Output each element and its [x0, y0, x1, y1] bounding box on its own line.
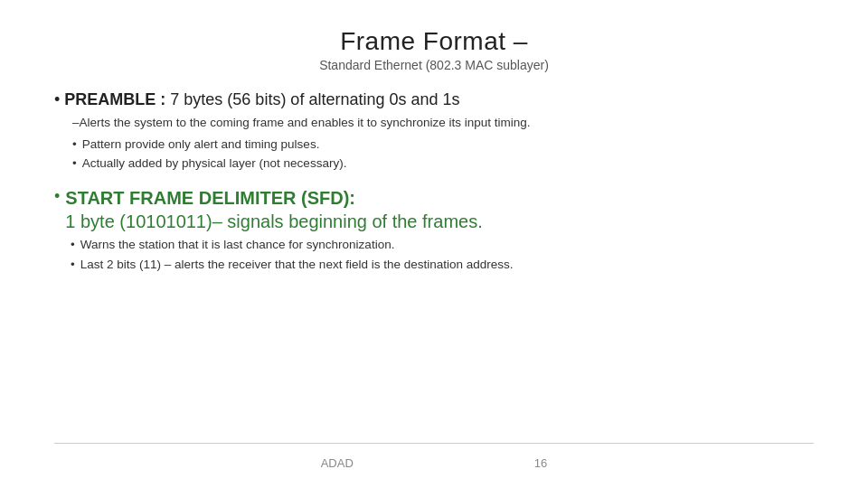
preamble-heading: • PREAMBLE : 7 bytes (56 bits) of altern… — [54, 90, 814, 109]
preamble-bullet: • — [54, 90, 64, 108]
bullet-dot-2: • — [72, 154, 77, 174]
sfd-sub-bullet-1: • Warns the station that it is last chan… — [71, 235, 814, 255]
preamble-sub-bullet-2: • Actually added by physical layer (not … — [72, 154, 814, 174]
preamble-label: PREAMBLE : — [64, 90, 165, 108]
sfd-sub-bullet-2: • Last 2 bits (11) – alerts the receiver… — [71, 255, 814, 275]
preamble-description: 7 bytes (56 bits) of alternating 0s and … — [165, 90, 459, 108]
main-title: Frame Format – — [54, 27, 814, 56]
sub-title: Standard Ethernet (802.3 MAC sublayer) — [54, 58, 814, 72]
footer-page-number: 16 — [534, 456, 547, 470]
slide-header: Frame Format – Standard Ethernet (802.3 … — [54, 27, 814, 72]
slide-footer: ADAD 16 — [54, 456, 814, 470]
slide-content: • PREAMBLE : 7 bytes (56 bits) of altern… — [54, 90, 814, 437]
bullet-dot-1: • — [72, 135, 77, 155]
footer-left-label: ADAD — [321, 456, 354, 470]
sfd-sub-bullet-2-text: Last 2 bits (11) – alerts the receiver t… — [80, 255, 514, 275]
preamble-section: • PREAMBLE : 7 bytes (56 bits) of altern… — [54, 90, 814, 174]
sfd-bullet-dot-2: • — [71, 255, 75, 275]
preamble-sub-bullet-1-text: Pattern provide only alert and timing pu… — [82, 135, 320, 155]
sfd-bullet-dot-1: • — [71, 235, 75, 255]
footer-divider — [54, 443, 814, 444]
preamble-sub-content: –Alerts the system to the coming frame a… — [54, 113, 814, 174]
sfd-sub-content: • Warns the station that it is last chan… — [54, 235, 814, 276]
sfd-heading-block: START FRAME DELIMITER (SFD): 1 byte (101… — [65, 186, 482, 233]
sfd-heading-row: • START FRAME DELIMITER (SFD): 1 byte (1… — [54, 186, 814, 233]
preamble-sub-bullet-1: • Pattern provide only alert and timing … — [72, 135, 814, 155]
preamble-sub-bullet-2-text: Actually added by physical layer (not ne… — [82, 154, 347, 174]
sfd-heading-line1: START FRAME DELIMITER (SFD): — [65, 186, 482, 210]
sfd-heading-line2: 1 byte (10101011)– signals beginning of … — [65, 210, 482, 233]
slide: Frame Format – Standard Ethernet (802.3 … — [0, 0, 868, 488]
sfd-sub-bullet-1-text: Warns the station that it is last chance… — [80, 235, 395, 255]
preamble-dash-item: –Alerts the system to the coming frame a… — [72, 113, 814, 133]
sfd-bullet: • — [54, 187, 60, 206]
sfd-section: • START FRAME DELIMITER (SFD): 1 byte (1… — [54, 186, 814, 276]
